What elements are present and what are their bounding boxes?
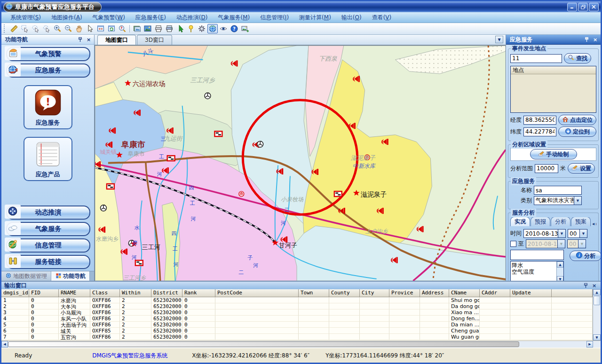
mill-marker[interactable]	[257, 141, 263, 147]
scroll-down-icon[interactable]: ▼	[593, 334, 601, 340]
analysis-tab-2[interactable]: 分析	[551, 217, 570, 226]
sidebar-item-bottom-0[interactable]: 动态推演	[6, 206, 90, 220]
pan-icon[interactable]	[74, 24, 84, 33]
eye-icon[interactable]	[218, 24, 229, 33]
green-pointer-icon[interactable]	[175, 24, 185, 33]
table-row[interactable]: 60城关OXFF8526523020000Cheng guan	[1, 328, 593, 334]
list-item[interactable]: 降水	[512, 262, 555, 269]
scroll-down-icon[interactable]: ▼	[557, 276, 563, 281]
table-row[interactable]: 30小马厩沟OXFF8626523020000Xiao ma ...	[1, 309, 593, 316]
scroll-up-icon[interactable]: ▲	[593, 289, 601, 295]
range-input[interactable]	[535, 164, 558, 173]
sidebar-item-bottom-1[interactable]: 气象服务	[6, 222, 90, 236]
measure-icon[interactable]	[9, 24, 19, 33]
time-date-combo[interactable]: 2010-08-13 ▼	[523, 229, 566, 238]
settings-gear-icon[interactable]	[197, 24, 207, 33]
restore-button[interactable]	[578, 3, 588, 11]
full-extent-icon[interactable]	[95, 24, 106, 33]
column-header-Update[interactable]: Update	[510, 289, 552, 297]
flag-marker[interactable]	[107, 184, 114, 189]
menu-item-2[interactable]: 气象预警(W)	[87, 13, 130, 23]
column-header-Provice[interactable]: Provice	[389, 289, 420, 297]
element-listbox[interactable]: 降水空气温度 ▲ ▼	[510, 261, 564, 281]
sidebar-item-bottom-2[interactable]: 信息管理	[6, 238, 90, 253]
close-panel-icon[interactable]: ×	[592, 36, 599, 43]
latitude-input[interactable]	[523, 127, 556, 136]
column-header-Address[interactable]: Address	[420, 289, 449, 297]
close-button[interactable]	[589, 3, 599, 11]
column-header-Within[interactable]: Within	[120, 289, 151, 297]
listbox-scrollbar[interactable]: ▲ ▼	[556, 261, 563, 281]
sidebar-item-top-1[interactable]: 应急服务	[6, 63, 90, 78]
layers-icon[interactable]	[132, 24, 142, 33]
table-row[interactable]: 20大冬沟OXFF8626523020000Da dong gou	[1, 303, 593, 309]
table-row[interactable]: 50大面场子沟OXFF8626523020000Da mian ...	[1, 322, 593, 328]
zoom-in-icon[interactable]	[52, 24, 63, 33]
analyze-button[interactable]: i 分析	[570, 251, 601, 261]
chevron-down-icon[interactable]: ▼	[574, 197, 581, 205]
column-header-PostCode[interactable]: PostCode	[215, 289, 299, 297]
list-item[interactable]: 空气温度	[512, 269, 555, 275]
set-range-button[interactable]: 设置	[568, 163, 595, 174]
left-tab-1[interactable]: 功能导航	[51, 271, 90, 281]
table-row[interactable]: 70五官沟OXFF8626523020000Wu guan gou	[1, 334, 593, 340]
flag-marker[interactable]	[334, 191, 342, 197]
close-panel-icon[interactable]: ×	[85, 36, 92, 43]
search-button[interactable]: 查找	[564, 53, 591, 63]
print-map-icon[interactable]	[164, 24, 174, 33]
menu-item-7[interactable]: 测量计算(M)	[294, 13, 336, 23]
element-combo[interactable]	[510, 250, 564, 260]
column-header-District[interactable]: District	[151, 289, 182, 297]
scrollbar-thumb[interactable]	[8, 341, 519, 347]
redsym-marker[interactable]	[239, 191, 244, 197]
menu-item-1[interactable]: 地图操作(A)	[46, 13, 87, 23]
scroll-up-icon[interactable]: ▲	[557, 261, 563, 268]
map-viewport[interactable]: 八斗六运湖农场三工河乡下西泉九运街阜康市阜康市城关镇滋泥泉子中新水库滋泥泉子小泉…	[95, 45, 506, 281]
globe-icon[interactable]	[207, 24, 218, 33]
export-map-icon[interactable]	[143, 24, 153, 33]
column-header-RNAME[interactable]: RNAME	[59, 289, 90, 297]
time-hour-combo[interactable]: 00 ▼	[568, 229, 587, 238]
identify-icon[interactable]: ?	[117, 24, 127, 33]
flag-marker[interactable]	[167, 156, 175, 161]
scroll-left-icon[interactable]: ◀	[1, 341, 8, 348]
sidebar-item-top-0[interactable]: 气象预警	[6, 47, 90, 61]
table-row[interactable]: 10水磨沟OXFF8626523020000Shui mo gou	[1, 297, 593, 303]
location-list[interactable]: 地点	[510, 66, 596, 113]
select-lasso-icon[interactable]	[31, 24, 41, 33]
click-locate-button[interactable]: 点击定位	[558, 115, 596, 125]
flag-marker[interactable]	[135, 261, 143, 266]
vertical-scrollbar[interactable]: ▲ ▼	[593, 289, 601, 340]
left-tab-0[interactable]: 地图数据管理	[1, 271, 51, 281]
analysis-tab-3[interactable]: 预案	[571, 217, 591, 226]
column-header-City[interactable]: City	[360, 289, 389, 297]
minimize-button[interactable]	[567, 3, 577, 11]
locate-to-button[interactable]: 定位到	[558, 127, 596, 137]
menu-item-8[interactable]: 输出(O)	[336, 13, 367, 23]
menu-item-5[interactable]: 气象服务(M)	[213, 13, 255, 23]
to-hour-combo[interactable]: 00 ▼	[567, 239, 586, 248]
horizontal-scrollbar[interactable]: ◀ ▶	[1, 340, 601, 348]
to-date-combo[interactable]: 2010-08-13 ▼	[526, 239, 565, 248]
column-header-County[interactable]: County	[329, 289, 360, 297]
map-dropdown-icon[interactable]: ▼	[495, 36, 503, 43]
refresh-icon[interactable]	[106, 24, 117, 33]
menu-item-6[interactable]: 信息管理(I)	[255, 13, 294, 23]
pointer-icon[interactable]	[85, 24, 95, 33]
select-free-icon[interactable]	[41, 24, 52, 33]
table-row[interactable]: 40东风一小队OXFF8626523020000Dong fen...	[1, 316, 593, 322]
add-image-icon[interactable]	[240, 24, 250, 33]
analysis-tab-0[interactable]: 实况	[510, 217, 530, 226]
scroll-right-icon[interactable]: ▶	[586, 341, 593, 348]
mill-marker[interactable]	[205, 93, 211, 99]
column-header-Class[interactable]: Class	[90, 289, 120, 297]
analysis-tab-1[interactable]: 预报	[531, 217, 550, 226]
big-button-1[interactable]: 应急产品	[24, 137, 72, 181]
marker-pin-icon[interactable]	[186, 24, 196, 33]
mill-marker[interactable]	[100, 205, 106, 211]
tab-scroll-arrows[interactable]: ◂ ▸	[591, 221, 596, 226]
toolbar-grip[interactable]	[4, 24, 7, 33]
map-tab-0[interactable]: 地图窗口	[97, 35, 136, 45]
service-type-combo[interactable]: 气象和洪水灾害 ▼	[534, 196, 582, 205]
close-panel-icon[interactable]: ×	[591, 282, 598, 289]
